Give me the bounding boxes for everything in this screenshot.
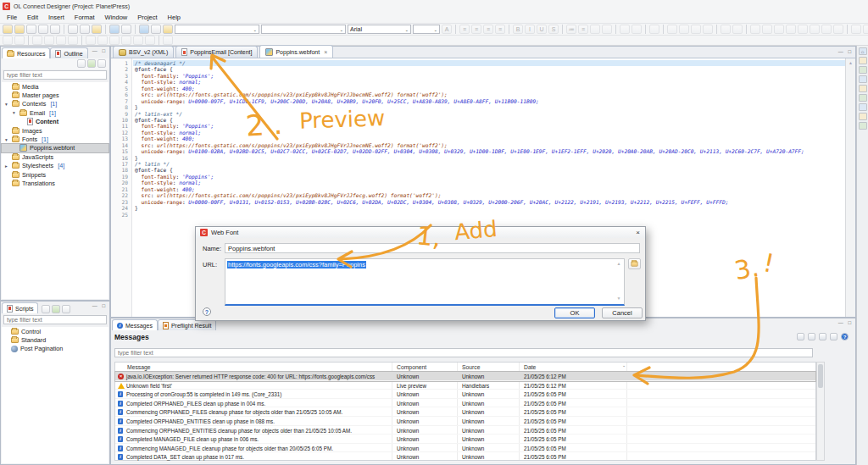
layers-panel-icon[interactable]	[859, 103, 867, 111]
editor-scrollbar[interactable]: ▲	[845, 58, 855, 317]
pencil-icon[interactable]	[859, 57, 867, 64]
rotate-icon[interactable]	[851, 25, 861, 34]
tree-item-content[interactable]: Content	[2, 118, 108, 126]
tab-outline[interactable]: Outline	[50, 47, 87, 58]
column-source[interactable]: Source	[462, 364, 481, 370]
code-line[interactable]: }	[135, 104, 845, 110]
code-line[interactable]: src: url(https://fonts.gstatic.com/s/pop…	[135, 142, 845, 148]
tree-item-email[interactable]: ▾Email[1]	[2, 108, 108, 117]
bullet-list-icon[interactable]: ≡	[578, 25, 588, 34]
messages-filter-input[interactable]	[114, 348, 813, 357]
insert-table-icon[interactable]	[679, 25, 689, 34]
editor-tab-bsv-v2-xml[interactable]: BSV_v2 (XML)	[113, 46, 174, 58]
code-line[interactable]: }	[135, 205, 845, 211]
table-panel-icon[interactable]	[859, 113, 867, 120]
underline-icon[interactable]: U	[537, 25, 547, 34]
send-email-icon[interactable]	[68, 25, 78, 34]
justify-icon[interactable]: ≡	[495, 25, 505, 34]
attributes-panel-icon[interactable]	[859, 94, 867, 102]
column-date[interactable]: Date	[524, 364, 536, 370]
panel-minmax-icons[interactable]: — □	[92, 303, 107, 308]
insert-bar-icon[interactable]	[703, 25, 713, 34]
tree-item-master-pages[interactable]: Master pages	[2, 91, 108, 99]
resources-filter-input[interactable]	[3, 70, 107, 80]
expanded-icon[interactable]: ▾	[3, 137, 9, 142]
dialog-help-icon[interactable]: ?	[203, 307, 211, 316]
message-row[interactable]: Processing of cronGroup:55 is completed …	[115, 390, 815, 399]
close-icon[interactable]: ×	[324, 49, 327, 55]
menu-edit[interactable]: Edit	[22, 13, 43, 22]
script-item-standard[interactable]: Standard	[2, 335, 108, 344]
code-line[interactable]: @font-face {	[135, 167, 845, 173]
collapse-all-button[interactable]	[97, 59, 106, 68]
code-line[interactable]: /* devanagari */	[133, 60, 845, 66]
box-7-icon[interactable]	[821, 25, 832, 34]
get-data-icon[interactable]	[92, 25, 102, 34]
name-field[interactable]	[225, 243, 640, 253]
code-line[interactable]: unicode-range: U+0000-00FF, U+0131, U+01…	[135, 199, 845, 205]
align-center-icon[interactable]: ≡	[471, 25, 481, 34]
message-row[interactable]: Completed MANAGED_FILE clean up phase in…	[115, 435, 815, 444]
close-icon[interactable]: ×	[636, 229, 640, 236]
editor-minmax-icons[interactable]: — □	[838, 49, 853, 54]
message-row[interactable]: Completed DATA_SET clean up phase in 017…	[115, 452, 815, 462]
message-row[interactable]: Completed ORPHANED_FILES clean up phase …	[115, 399, 815, 408]
font-color-icon[interactable]: A	[442, 25, 452, 34]
format-select[interactable]: ⌄	[261, 25, 346, 34]
box-4-icon[interactable]	[786, 25, 796, 34]
messages-table-header[interactable]: Message Component Source Date ⌄	[115, 363, 815, 372]
snippet-panel-icon[interactable]	[859, 85, 867, 92]
collapsed-icon[interactable]: ▸	[3, 163, 9, 169]
message-row[interactable]: Unknown field 'first'Live previewHandleb…	[115, 381, 815, 390]
code-line[interactable]: font-family: 'Poppins';	[135, 174, 845, 180]
column-component[interactable]: Component	[397, 364, 426, 370]
menu-insert[interactable]: Insert	[43, 13, 70, 22]
tree-item-contexts[interactable]: ▾Contexts[1]	[2, 100, 108, 108]
code-line[interactable]: unicode-range: U+0900-097F, U+1CD0-1CF9,…	[135, 98, 845, 104]
unlink-icon[interactable]	[732, 25, 743, 34]
column-message[interactable]: Message	[127, 364, 151, 370]
checkbox-icon[interactable]	[109, 36, 120, 45]
code-line[interactable]: font-weight: 400;	[135, 136, 845, 141]
editor-tab-poppins-webfont[interactable]: Poppins.webfont×	[259, 45, 333, 58]
script-item-post-pagination[interactable]: Post Pagination	[2, 345, 108, 353]
menu-project[interactable]: Project	[132, 13, 162, 22]
tab-scripts[interactable]: Scripts	[2, 302, 38, 313]
new-resource-button[interactable]	[87, 59, 96, 68]
scroll-down-icon[interactable]: ▼	[617, 296, 621, 301]
code-line[interactable]: font-weight: 400;	[135, 86, 845, 91]
clear-log-icon[interactable]	[808, 333, 815, 340]
ignore-icon[interactable]	[151, 25, 161, 34]
tree-item-media[interactable]: Media	[2, 82, 108, 91]
help-icon[interactable]: ?	[841, 333, 849, 340]
message-row[interactable]: Completed ORPHANED_ENTITIES clean up pha…	[115, 417, 815, 426]
code-line[interactable]: @font-face {	[135, 117, 845, 123]
tree-item-stylesheets[interactable]: ▸Stylesheets[4]	[2, 162, 108, 170]
font-size-select[interactable]: ⌄	[413, 25, 440, 34]
home-icon[interactable]: ⌂	[859, 47, 867, 55]
align-right-icon[interactable]: ≡	[483, 25, 493, 34]
code-line[interactable]: unicode-range: U+0100-02BA, U+02BD-02C5,…	[135, 148, 845, 154]
insert-image-icon[interactable]	[667, 25, 677, 34]
tab-resources[interactable]: Resources	[2, 47, 50, 58]
insert-box-icon[interactable]	[691, 25, 701, 34]
editor-tab-poppinsemail-content[interactable]: PoppinsEmail [Content]	[175, 46, 258, 58]
redo-icon[interactable]	[14, 36, 25, 45]
radio-icon[interactable]	[121, 36, 131, 45]
box-5-icon[interactable]	[798, 25, 808, 34]
script-item-control[interactable]: Control	[2, 327, 108, 335]
cancel-button[interactable]: Cancel	[602, 307, 643, 318]
scroll-up-icon[interactable]: ▲	[617, 261, 621, 266]
box-2-icon[interactable]	[762, 25, 772, 34]
proof-icon[interactable]	[163, 25, 173, 34]
link-with-editor-button[interactable]	[77, 59, 86, 68]
expanded-icon[interactable]: ▾	[11, 110, 17, 115]
italic-icon[interactable]: I	[525, 25, 535, 34]
code-line[interactable]: font-family: 'Poppins';	[135, 123, 845, 129]
message-row[interactable]: Commencing ORPHANED_FILES cleanup phase …	[115, 407, 815, 417]
transform-icon[interactable]	[863, 25, 868, 34]
box-8-icon[interactable]	[833, 25, 843, 34]
browse-file-button[interactable]	[628, 258, 641, 269]
paste-icon[interactable]	[56, 36, 66, 45]
script-settings-button[interactable]	[42, 305, 50, 313]
